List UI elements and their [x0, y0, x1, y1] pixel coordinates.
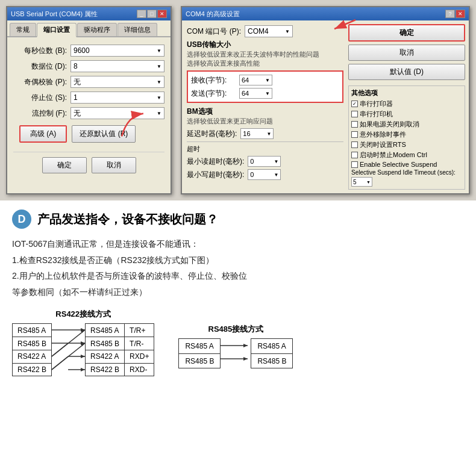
bottom-section: D 产品发送指令，设备不接收问题？ IOT-5067自测通讯正常，但是连接设备不…	[0, 200, 476, 385]
tab-general[interactable]: 常规	[10, 23, 36, 36]
close-btn[interactable]: ✕	[157, 10, 167, 18]
baud-rate-label: 每秒位数 (B):	[13, 46, 70, 56]
rs485-diagram: RS485接线方式 RS485 A RS485 B RS485 A RS4	[178, 324, 293, 368]
right-help-btn[interactable]: ?	[445, 10, 455, 18]
left-dialog: USB Serial Port (COM4) 属性 _ □ ✕ 常规 端口设置 …	[6, 6, 172, 194]
delay-select[interactable]: 16▼	[240, 128, 274, 139]
data-bits-label: 数据位 (D):	[13, 61, 70, 72]
description: IOT-5067自测通讯正常，但是连接设备不能通讯： 1.检查RS232接线是否…	[12, 236, 464, 300]
right-cancel-button[interactable]: 取消	[348, 45, 465, 61]
svg-line-10	[52, 343, 68, 356]
rs422-title: RS422接线方式	[12, 309, 154, 320]
usb-section: USB传输大小 选择较低设置来改正丢失波特率时的性能问题 选择较高设置来接高性能	[187, 40, 343, 68]
baud-rate-row: 每秒位数 (B): 9600▼	[13, 45, 164, 57]
right-close-btn[interactable]: ✕	[456, 10, 465, 18]
com-port-label: COM 端口号 (P):	[187, 26, 241, 37]
stop-bits-label: 停止位 (S):	[13, 93, 70, 103]
data-bits-row: 数据位 (D): 8▼	[13, 60, 164, 72]
baud-rate-select[interactable]: 9600▼	[70, 45, 164, 57]
flow-control-label: 流控制 (F):	[13, 108, 70, 119]
left-dialog-title: USB Serial Port (COM4) 属性	[11, 10, 98, 19]
delay-label: 延迟时器(毫秒):	[187, 129, 237, 139]
right-dialog-title: COM4 的高级设置	[186, 10, 240, 19]
section-d-title: 产品发送指令，设备不接收问题？	[37, 211, 218, 228]
tab-port-settings[interactable]: 端口设置	[37, 23, 77, 37]
send-select[interactable]: 64▼	[239, 88, 272, 99]
parity-row: 奇偶校验 (P): 无▼	[13, 76, 164, 88]
minimize-btn[interactable]: _	[137, 10, 146, 18]
receive-label: 接收(字节):	[191, 75, 239, 85]
left-dialog-tabs: 常规 端口设置 驱动程序 详细信息	[7, 20, 171, 37]
parity-label: 奇偶校验 (P):	[13, 77, 70, 87]
min-read-label: 最小读超时(毫秒):	[187, 157, 244, 167]
rs485-title: RS485接线方式	[178, 324, 293, 335]
parity-select[interactable]: 无▼	[70, 76, 164, 88]
rs422-diagram: RS422接线方式 RS485 A RS485 B RS422 A RS422 …	[12, 309, 154, 376]
left-cancel-button[interactable]: 取消	[92, 157, 136, 173]
right-dialog-titlebar: COM4 的高级设置 ? ✕	[182, 7, 469, 20]
right-dialog: COM4 的高级设置 ? ✕ COM 端口号 (P): COM4▼ USB传输大…	[181, 6, 470, 194]
other-options: 其他选项 ✓ 串行打印器 串行打印机 如果电源关闭则取消	[348, 85, 465, 190]
send-label: 发送(字节):	[191, 88, 239, 99]
min-read-select[interactable]: 0▼	[248, 156, 281, 167]
right-default-button[interactable]: 默认值 (D)	[348, 64, 465, 80]
circle-d: D	[12, 210, 31, 229]
bm-section: BM选项 选择较低设置来更正响应问题	[187, 107, 343, 126]
min-write-select[interactable]: 0▼	[248, 169, 281, 180]
stop-bits-row: 停止位 (S): 1▼	[13, 92, 164, 104]
svg-marker-19	[243, 357, 248, 361]
data-bits-select[interactable]: 8▼	[70, 60, 164, 72]
svg-marker-17	[243, 344, 248, 347]
svg-marker-12	[81, 355, 85, 358]
left-ok-button[interactable]: 确定	[42, 157, 87, 173]
com-port-select[interactable]: COM4▼	[245, 25, 293, 37]
svg-line-13	[52, 356, 68, 370]
rs485-arrows-svg	[221, 338, 251, 368]
section-d-header: D 产品发送指令，设备不接收问题？	[12, 210, 464, 229]
wiring-diagrams: RS422接线方式 RS485 A RS485 B RS422 A RS422 …	[12, 309, 464, 376]
advanced-button[interactable]: 高级 (A)	[19, 125, 67, 143]
fifo-section: 接收(字节): 64▼ 发送(字节): 64▼	[187, 70, 343, 103]
min-write-label: 最小写超时(毫秒):	[187, 170, 244, 180]
svg-marker-15	[81, 368, 85, 371]
tab-driver[interactable]: 驱动程序	[77, 23, 117, 36]
maximize-btn[interactable]: □	[147, 10, 157, 18]
receive-select[interactable]: 64▼	[239, 75, 272, 85]
right-ok-button[interactable]: 确定	[348, 24, 465, 42]
tab-details[interactable]: 详细信息	[117, 23, 157, 36]
cross-wiring-svg	[52, 323, 85, 376]
stop-bits-select[interactable]: 1▼	[70, 92, 164, 104]
left-dialog-titlebar: USB Serial Port (COM4) 属性 _ □ ✕	[7, 7, 171, 20]
com-port-row: COM 端口号 (P): COM4▼	[187, 25, 343, 37]
